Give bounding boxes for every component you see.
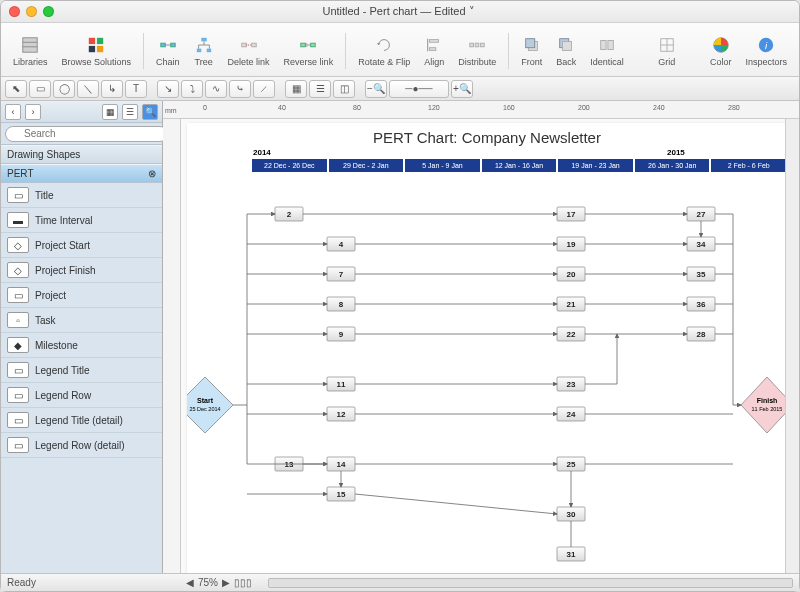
text-tool[interactable]: T <box>125 80 147 98</box>
task-node[interactable]: 35 <box>687 267 715 281</box>
svg-text:22: 22 <box>567 330 576 339</box>
browse-solutions-button[interactable]: Browse Solutions <box>58 33 136 69</box>
horizontal-scrollbar[interactable] <box>268 578 793 588</box>
zoom-out-icon[interactable]: ◀ <box>186 577 194 588</box>
search-input[interactable] <box>5 126 168 142</box>
task-node[interactable]: 4 <box>327 237 355 251</box>
browse-icon <box>86 35 106 55</box>
task-node[interactable]: 22 <box>557 327 585 341</box>
sidebar: ‹ › ▦ ☰ 🔍 🔍 Drawing Shapes PERT⊗ ▭Title▬… <box>1 101 163 573</box>
task-node[interactable]: 12 <box>327 407 355 421</box>
vertical-scrollbar[interactable] <box>785 119 799 573</box>
svg-rect-0 <box>23 37 37 51</box>
close-group-icon[interactable]: ⊗ <box>148 168 156 179</box>
snap-obj[interactable]: ◫ <box>333 80 355 98</box>
sidebar-search-toggle-icon[interactable]: 🔍 <box>142 104 158 120</box>
conn-bezier[interactable]: ∿ <box>205 80 227 98</box>
shape-item[interactable]: ▭Legend Title <box>1 358 162 383</box>
chain-button[interactable]: Chain <box>152 33 184 69</box>
shape-item[interactable]: ▭Project <box>1 283 162 308</box>
zoom-out-tool[interactable]: −🔍 <box>365 80 387 98</box>
canvas[interactable]: PERT Chart: Company Newsletter 2014 2015… <box>181 119 785 573</box>
back-button[interactable]: Back <box>552 33 580 69</box>
task-node[interactable]: 9 <box>327 327 355 341</box>
identical-button[interactable]: Identical <box>586 33 628 69</box>
shape-item[interactable]: ◇Project Finish <box>1 258 162 283</box>
task-node[interactable]: 28 <box>687 327 715 341</box>
svg-text:2: 2 <box>287 210 292 219</box>
snap-guides[interactable]: ☰ <box>309 80 331 98</box>
shape-thumb-icon: ◇ <box>7 262 29 278</box>
minimize-icon[interactable] <box>26 6 37 17</box>
task-node[interactable]: 2 <box>275 207 303 221</box>
shape-item[interactable]: ▫Task <box>1 308 162 333</box>
task-node[interactable]: 31 <box>557 547 585 561</box>
shape-item[interactable]: ◇Project Start <box>1 233 162 258</box>
shape-label: Legend Title (detail) <box>35 415 123 426</box>
task-node[interactable]: 24 <box>557 407 585 421</box>
task-node[interactable]: 7 <box>327 267 355 281</box>
color-button[interactable]: Color <box>706 33 736 69</box>
grid-button[interactable]: Grid <box>653 33 681 69</box>
connector-tool[interactable]: ↳ <box>101 80 123 98</box>
front-button[interactable]: Front <box>517 33 546 69</box>
conn-round[interactable]: ⟋ <box>253 80 275 98</box>
task-node[interactable]: 27 <box>687 207 715 221</box>
time-interval: 12 Jan - 16 Jan <box>481 158 558 173</box>
task-node[interactable]: 20 <box>557 267 585 281</box>
snap-grid[interactable]: ▦ <box>285 80 307 98</box>
tree-button[interactable]: Tree <box>190 33 218 69</box>
delete-link-button[interactable]: Delete link <box>224 33 274 69</box>
sidebar-prev-icon[interactable]: ‹ <box>5 104 21 120</box>
task-node[interactable]: 25 <box>557 457 585 471</box>
shape-item[interactable]: ▬Time Interval <box>1 208 162 233</box>
zoom-in-tool[interactable]: +🔍 <box>451 80 473 98</box>
shape-item[interactable]: ▭Legend Row (detail) <box>1 433 162 458</box>
ellipse-tool[interactable]: ◯ <box>53 80 75 98</box>
svg-text:25: 25 <box>567 460 576 469</box>
sidebar-next-icon[interactable]: › <box>25 104 41 120</box>
sidebar-group-pert[interactable]: PERT⊗ <box>1 164 162 183</box>
zoom-in-icon[interactable]: ▶ <box>222 577 230 588</box>
pointer-tool[interactable]: ⬉ <box>5 80 27 98</box>
shape-item[interactable]: ▭Title <box>1 183 162 208</box>
svg-rect-10 <box>201 37 206 41</box>
shape-item[interactable]: ▭Legend Title (detail) <box>1 408 162 433</box>
view-grid-icon[interactable]: ▦ <box>102 104 118 120</box>
page-tabs-icon[interactable]: ▯▯▯ <box>234 577 252 588</box>
maximize-icon[interactable] <box>43 6 54 17</box>
view-list-icon[interactable]: ☰ <box>122 104 138 120</box>
time-interval: 19 Jan - 23 Jan <box>557 158 634 173</box>
shape-item[interactable]: ▭Legend Row <box>1 383 162 408</box>
rect-tool[interactable]: ▭ <box>29 80 51 98</box>
line-tool[interactable]: ＼ <box>77 80 99 98</box>
inspectors-button[interactable]: iInspectors <box>741 33 791 69</box>
conn-smart[interactable]: ⤷ <box>229 80 251 98</box>
task-node[interactable]: 15 <box>327 487 355 501</box>
shape-item[interactable]: ◆Milestone <box>1 333 162 358</box>
zoom-slider[interactable]: ─●── <box>389 80 449 98</box>
task-node[interactable]: 30 <box>557 507 585 521</box>
task-node[interactable]: 21 <box>557 297 585 311</box>
reverse-link-button[interactable]: Reverse link <box>280 33 338 69</box>
conn-arc[interactable]: ⤵ <box>181 80 203 98</box>
task-node[interactable]: 8 <box>327 297 355 311</box>
conn-direct[interactable]: ↘ <box>157 80 179 98</box>
rotate-flip-button[interactable]: Rotate & Flip <box>354 33 414 69</box>
task-node[interactable]: 23 <box>557 377 585 391</box>
svg-rect-16 <box>301 43 306 47</box>
task-node[interactable]: 14 <box>327 457 355 471</box>
task-node[interactable]: 36 <box>687 297 715 311</box>
close-icon[interactable] <box>9 6 20 17</box>
zoom-control[interactable]: ◀ 75% ▶ ▯▯▯ <box>186 577 252 588</box>
task-node[interactable]: 17 <box>557 207 585 221</box>
libraries-button[interactable]: Libraries <box>9 33 52 69</box>
start-node[interactable]: Start25 Dec 2014 <box>187 377 233 433</box>
finish-node[interactable]: Finish11 Feb 2015 <box>741 377 785 433</box>
task-node[interactable]: 19 <box>557 237 585 251</box>
sidebar-group-drawing[interactable]: Drawing Shapes <box>1 145 162 164</box>
task-node[interactable]: 11 <box>327 377 355 391</box>
align-button[interactable]: Align <box>420 33 448 69</box>
task-node[interactable]: 34 <box>687 237 715 251</box>
distribute-button[interactable]: Distribute <box>454 33 500 69</box>
